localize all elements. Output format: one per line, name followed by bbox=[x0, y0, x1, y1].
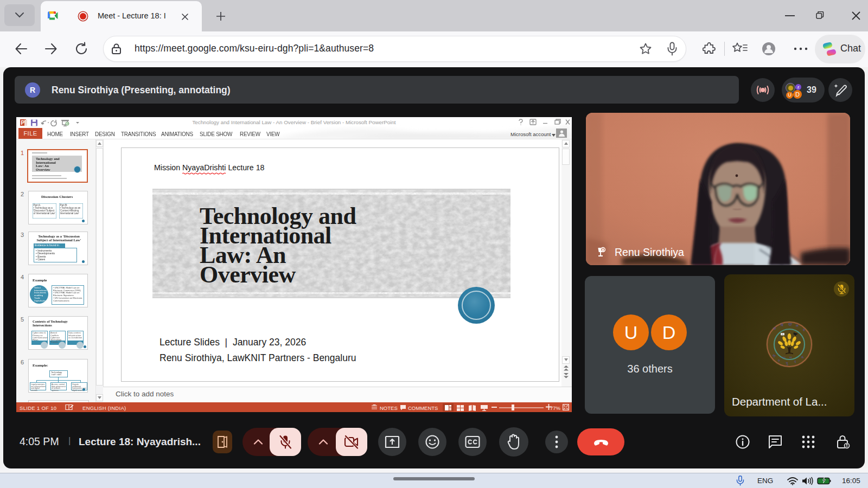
svg-text:द्या: द्या bbox=[788, 322, 792, 326]
svg-text:वि: वि bbox=[780, 323, 784, 327]
svg-text:সত্য: সত্য bbox=[781, 356, 786, 359]
svg-text:মব: মব bbox=[789, 356, 793, 359]
svg-text:ल: ल bbox=[795, 324, 799, 328]
